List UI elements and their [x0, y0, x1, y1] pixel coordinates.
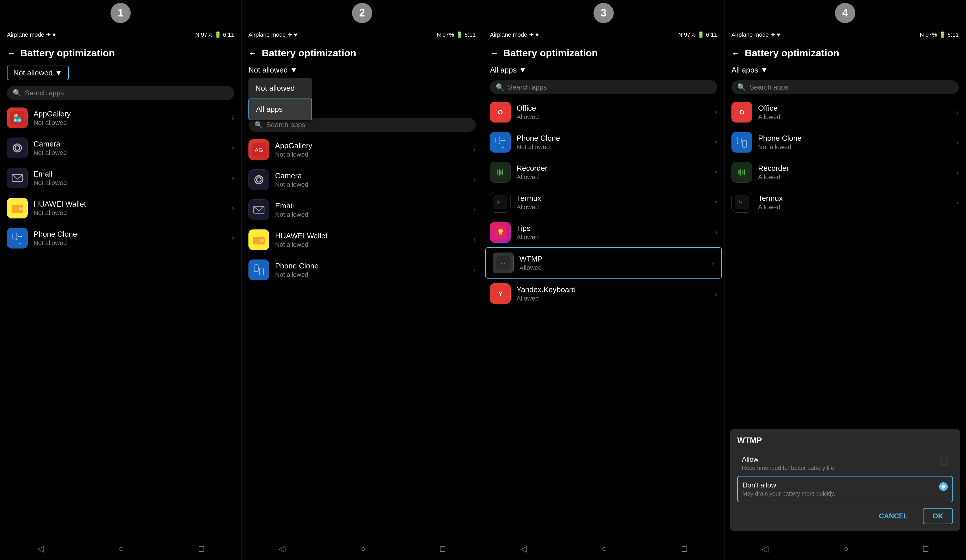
radio-allow[interactable]: [940, 457, 948, 465]
app-list-1: 🏪 AppGallery Not allowed › Camera Not al…: [0, 103, 241, 537]
status-left-4: Airplane mode ✈ ♥: [731, 31, 780, 38]
app-item-phoneclone-3[interactable]: Phone Clone Not allowed ›: [483, 127, 724, 157]
chevron-down-icon-1: ▼: [55, 69, 62, 77]
chevron-right-phoneclone-1: ›: [232, 234, 234, 243]
filter-dropdown-1[interactable]: Not allowed ▼: [7, 65, 69, 80]
search-icon-1: 🔍: [13, 89, 21, 97]
back-button-2[interactable]: ←: [248, 48, 257, 58]
app-icon-yandex-3: Y: [490, 283, 511, 304]
svg-rect-29: [500, 170, 501, 175]
chevron-down-icon-4: ▼: [761, 65, 768, 75]
app-item-phoneclone-4[interactable]: Phone Clone Not allowed ›: [724, 127, 966, 157]
app-icon-recorder-4: [731, 162, 752, 183]
dialog-option-allow[interactable]: Allow Recommended for better battery lif…: [737, 451, 953, 476]
app-item-termux-4[interactable]: >_ Termux Allowed ›: [724, 187, 966, 217]
app-icon-office-4: O: [731, 102, 752, 123]
screen-2: 2 Airplane mode ✈ ♥ N 97% 🔋 6:11 ← Batte…: [242, 0, 483, 560]
filter-label-3: All apps: [490, 65, 517, 75]
app-status-phoneclone-4: Not allowed: [758, 143, 956, 151]
recent-nav-4[interactable]: □: [923, 544, 928, 553]
svg-text:Y: Y: [498, 290, 503, 297]
wtmp-dialog: WTMP Allow Recommended for better batter…: [730, 429, 960, 531]
back-nav-3[interactable]: ◁: [520, 544, 527, 553]
search-bar-3[interactable]: 🔍 Search apps: [490, 80, 717, 94]
app-item-email-2[interactable]: Email Not allowed ›: [242, 195, 483, 225]
app-item-wallet-2[interactable]: HUAWEI Wallet Not allowed ›: [242, 225, 483, 255]
dropdown-item-allapps[interactable]: All apps: [248, 98, 312, 120]
back-button-3[interactable]: ←: [490, 48, 499, 58]
app-item-camera-2[interactable]: Camera Not allowed ›: [242, 165, 483, 195]
app-name-camera-2: Camera: [275, 171, 473, 180]
back-button-1[interactable]: ←: [7, 48, 16, 58]
app-name-termux-3: Termux: [517, 194, 715, 203]
svg-text:O: O: [739, 109, 744, 116]
app-item-phoneclone-1[interactable]: Phone Clone Not allowed ›: [0, 223, 241, 253]
step-2: 2: [352, 3, 372, 23]
svg-text:>_: >_: [739, 199, 745, 205]
search-input-1[interactable]: Search apps: [25, 89, 64, 97]
app-status-wallet-2: Not allowed: [275, 241, 473, 249]
app-item-tips-3[interactable]: 💡 Tips Allowed ›: [483, 217, 724, 247]
recent-nav-2[interactable]: □: [440, 544, 445, 553]
app-item-recorder-4[interactable]: Recorder Allowed ›: [724, 157, 966, 187]
recent-nav-1[interactable]: □: [199, 544, 204, 553]
app-status-wallet-1: Not allowed: [34, 209, 232, 217]
app-name-wtmp-3: WTMP: [519, 255, 712, 264]
back-nav-2[interactable]: ◁: [279, 544, 286, 553]
app-item-yandex-3[interactable]: Y Yandex.Keyboard Allowed ›: [483, 278, 724, 309]
app-item-appgallery-1[interactable]: 🏪 AppGallery Not allowed ›: [0, 103, 241, 133]
svg-rect-15: [256, 176, 261, 178]
filter-dropdown-2[interactable]: Not allowed ▼: [248, 65, 297, 75]
page-title-2: Battery optimization: [262, 47, 356, 59]
app-info-termux-3: Termux Allowed: [517, 194, 715, 211]
app-item-termux-3[interactable]: >_ Termux Allowed ›: [483, 187, 724, 217]
app-item-wtmp-3[interactable]: -- WTMP Allowed ›: [485, 247, 722, 278]
recent-nav-3[interactable]: □: [682, 544, 687, 553]
app-status-phoneclone-1: Not allowed: [34, 239, 232, 247]
app-item-appgallery-2[interactable]: AG AppGallery Not allowed ›: [242, 135, 483, 165]
dialog-dontallow-sub: May drain your battery more quickly.: [743, 490, 935, 497]
app-item-recorder-3[interactable]: Recorder Allowed ›: [483, 157, 724, 187]
back-nav-4[interactable]: ◁: [762, 544, 769, 553]
app-name-termux-4: Termux: [758, 194, 956, 203]
dialog-title: WTMP: [737, 436, 953, 445]
filter-row-1: Not allowed ▼: [0, 63, 241, 83]
app-status-email-2: Not allowed: [275, 211, 473, 218]
app-icon-wallet-1: [7, 198, 28, 218]
back-nav-1[interactable]: ◁: [37, 544, 44, 553]
chevron-right-office-4: ›: [956, 108, 959, 117]
app-item-email-1[interactable]: Email Not allowed ›: [0, 163, 241, 193]
home-nav-4[interactable]: ○: [843, 544, 848, 553]
status-right-2: N 97% 🔋 6:11: [437, 31, 476, 38]
home-nav-3[interactable]: ○: [601, 544, 607, 553]
app-list-3: O Office Allowed › Phone Clone Not allow…: [483, 97, 724, 537]
ok-button[interactable]: OK: [923, 508, 953, 524]
search-input-2[interactable]: Search apps: [266, 121, 306, 129]
app-info-camera-2: Camera Not allowed: [275, 171, 473, 188]
back-button-4[interactable]: ←: [731, 48, 740, 58]
search-bar-1[interactable]: 🔍 Search apps: [7, 86, 234, 100]
app-item-office-3[interactable]: O Office Allowed ›: [483, 97, 724, 127]
page-title-4: Battery optimization: [745, 47, 840, 59]
search-bar-4[interactable]: 🔍 Search apps: [731, 80, 959, 94]
bottom-nav-3: ◁ ○ □: [483, 537, 724, 560]
radio-dontallow[interactable]: [939, 482, 948, 491]
svg-text:🏪: 🏪: [13, 113, 22, 122]
app-item-camera-1[interactable]: Camera Not allowed ›: [0, 133, 241, 163]
app-status-phoneclone-2: Not allowed: [275, 271, 473, 278]
dropdown-item-notallowed[interactable]: Not allowed: [248, 78, 312, 98]
filter-dropdown-4[interactable]: All apps ▼: [731, 65, 768, 75]
app-item-phoneclone-2[interactable]: Phone Clone Not allowed ›: [242, 255, 483, 285]
home-nav-1[interactable]: ○: [118, 544, 124, 553]
search-input-4[interactable]: Search apps: [749, 83, 789, 91]
cancel-button[interactable]: CANCEL: [870, 508, 917, 524]
dialog-option-dontallow[interactable]: Don't allow May drain your battery more …: [737, 476, 953, 502]
svg-text:AG: AG: [255, 147, 263, 153]
filter-dropdown-3[interactable]: All apps ▼: [490, 65, 526, 75]
app-item-office-4[interactable]: O Office Allowed ›: [724, 97, 966, 127]
app-item-wallet-1[interactable]: HUAWEI Wallet Not allowed ›: [0, 193, 241, 223]
home-nav-2[interactable]: ○: [360, 544, 365, 553]
app-status-termux-3: Allowed: [517, 203, 715, 211]
app-name-recorder-4: Recorder: [758, 164, 956, 173]
search-input-3[interactable]: Search apps: [508, 83, 547, 91]
